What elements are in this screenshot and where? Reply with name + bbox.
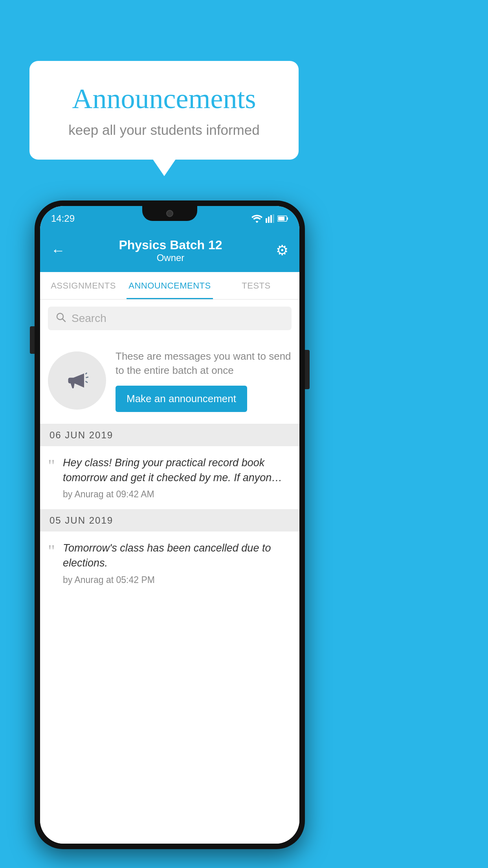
phone-outer: 14:29 [35,200,305,849]
announcement-meta-1: by Anurag at 09:42 AM [63,489,292,500]
battery-icon [277,215,288,222]
tabs-bar: ASSIGNMENTS ANNOUNCEMENTS TESTS [40,272,299,300]
phone-screen: 14:29 [40,206,299,844]
signal-icon [266,214,274,223]
batch-subtitle: Owner [119,252,222,263]
svg-rect-1 [268,217,270,223]
phone-notch [142,206,197,221]
search-bar[interactable]: Search [48,307,292,330]
svg-rect-0 [266,218,267,223]
announcement-item-2: " Tomorrow's class has been cancelled du… [40,531,299,595]
batch-title: Physics Batch 12 [119,238,222,252]
phone-mockup: 14:29 [35,200,305,849]
svg-rect-5 [287,217,288,220]
announcement-icon-circle [48,351,106,410]
announcement-meta-2: by Anurag at 05:42 PM [63,575,292,585]
svg-line-11 [86,381,88,383]
svg-line-10 [86,377,88,378]
tab-tests[interactable]: TESTS [213,272,299,299]
speech-bubble-container: Announcements keep all your students inf… [29,61,299,160]
svg-rect-6 [278,217,284,221]
search-placeholder: Search [72,312,106,325]
announce-right: These are messages you want to send to t… [116,349,292,412]
make-announcement-button[interactable]: Make an announcement [116,386,247,412]
svg-rect-3 [273,214,274,223]
header-title-group: Physics Batch 12 Owner [119,238,222,263]
tab-announcements[interactable]: ANNOUNCEMENTS [127,272,213,299]
tab-assignments[interactable]: ASSIGNMENTS [40,272,127,299]
announcement-message-1: Hey class! Bring your practical record b… [63,456,292,485]
announce-description: These are messages you want to send to t… [116,349,292,378]
quote-icon-2: " [48,542,55,585]
announcements-subtitle: keep all your students informed [49,122,279,138]
announcements-title: Announcements [49,83,279,115]
quote-icon-1: " [48,457,55,500]
svg-line-9 [86,373,87,374]
content-area: Search These are messages yo [40,300,299,844]
svg-line-8 [62,319,65,322]
announcement-message-2: Tomorrow's class has been cancelled due … [63,541,292,571]
date-header-1: 06 JUN 2019 [40,424,299,446]
announcement-item-1: " Hey class! Bring your practical record… [40,446,299,510]
announcement-text-2: Tomorrow's class has been cancelled due … [63,541,292,585]
app-header: ← Physics Batch 12 Owner ⚙ [40,229,299,272]
status-time: 14:29 [51,213,75,224]
settings-icon[interactable]: ⚙ [276,242,288,259]
wifi-icon [251,214,262,223]
search-icon [56,312,66,325]
status-icons [251,214,288,223]
megaphone-icon [63,366,91,395]
back-button[interactable]: ← [51,243,65,257]
camera-icon [166,210,173,217]
speech-bubble: Announcements keep all your students inf… [29,61,299,160]
svg-rect-2 [270,215,272,223]
announcement-text-1: Hey class! Bring your practical record b… [63,456,292,500]
announcement-empty-state: These are messages you want to send to t… [40,337,299,424]
date-header-2: 05 JUN 2019 [40,509,299,531]
